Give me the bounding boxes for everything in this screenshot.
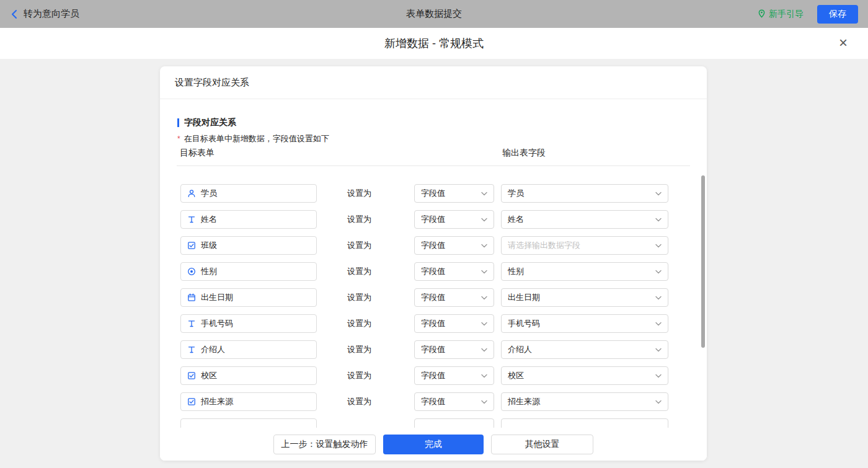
output-field-select[interactable]: 出生日期 <box>501 288 668 307</box>
set-as-label: 设置为 <box>347 184 371 203</box>
field-mapping-row: 招生来源 设置为 字段值 招生来源 <box>180 392 702 411</box>
chevron-down-icon <box>655 296 662 300</box>
column-headers: 目标表单 输出表字段 <box>180 148 688 160</box>
chevron-down-icon <box>481 218 487 222</box>
output-field-select[interactable]: 手机号码 <box>501 314 668 333</box>
output-field-select[interactable]: 招生来源 <box>501 392 668 411</box>
output-field-select[interactable]: 性别 <box>501 262 668 281</box>
target-field-input[interactable]: 校区 <box>180 366 317 385</box>
chevron-down-icon <box>655 218 662 222</box>
value-type-selected: 字段值 <box>421 188 445 199</box>
chevron-down-icon <box>655 270 662 274</box>
value-type-select[interactable]: 字段值 <box>414 340 494 359</box>
back-chevron-icon[interactable] <box>10 9 19 19</box>
output-field-select[interactable]: 请选择输出数据字段 <box>501 236 668 255</box>
value-type-select[interactable]: 字段值 <box>414 288 494 307</box>
chevron-down-icon <box>655 244 662 248</box>
scrollbar-thumb[interactable] <box>701 175 705 348</box>
chevron-down-icon <box>481 270 487 274</box>
target-field-label: 介绍人 <box>201 344 225 355</box>
target-field-input[interactable]: 学员 <box>180 184 317 203</box>
value-type-selected: 字段值 <box>421 214 445 225</box>
value-type-selected: 字段值 <box>421 344 445 355</box>
target-field-input[interactable]: 手机号码 <box>180 314 317 333</box>
output-field-selected: 请选择输出数据字段 <box>508 240 580 251</box>
value-type-select[interactable] <box>414 418 494 428</box>
target-field-label: 出生日期 <box>201 292 233 303</box>
output-field-selected: 出生日期 <box>508 292 540 303</box>
output-field-select[interactable] <box>501 418 668 428</box>
value-type-select[interactable]: 字段值 <box>414 392 494 411</box>
target-field-label: 姓名 <box>201 214 217 225</box>
section-accent-bar <box>177 118 179 127</box>
value-type-select[interactable]: 字段值 <box>414 262 494 281</box>
field-mapping-card: 设置字段对应关系 字段对应关系 *在目标表单中新增数据，字段值设置如下 目标表单… <box>160 66 707 461</box>
topbar-title: 表单数据提交 <box>0 8 868 20</box>
text-icon <box>187 319 196 328</box>
output-field-selected: 介绍人 <box>508 344 532 355</box>
target-field-input[interactable]: 姓名 <box>180 210 317 229</box>
prev-step-button[interactable]: 上一步：设置触发动作 <box>273 435 376 454</box>
card-footer: 上一步：设置触发动作 完成 其他设置 <box>160 428 707 461</box>
note-text: 在目标表单中新增数据，字段值设置如下 <box>184 134 329 143</box>
output-field-select[interactable]: 介绍人 <box>501 340 668 359</box>
text-icon <box>187 345 196 354</box>
output-field-select[interactable]: 校区 <box>501 366 668 385</box>
field-mapping-row: 校区 设置为 字段值 校区 <box>180 366 702 385</box>
scrollbar[interactable] <box>701 175 705 423</box>
target-field-label: 招生来源 <box>201 396 233 407</box>
output-field-select[interactable]: 姓名 <box>501 210 668 229</box>
chevron-down-icon <box>655 192 662 196</box>
value-type-select[interactable]: 字段值 <box>414 236 494 255</box>
section-title-label: 字段对应关系 <box>184 117 236 128</box>
person-icon <box>187 189 196 198</box>
calendar-icon <box>187 293 196 302</box>
close-icon[interactable]: × <box>833 33 853 53</box>
set-as-label: 设置为 <box>347 262 371 281</box>
value-type-select[interactable]: 字段值 <box>414 366 494 385</box>
target-field-input[interactable]: 性别 <box>180 262 317 281</box>
topbar: 转为意向学员 表单数据提交 新手引导 保存 <box>0 0 868 28</box>
section-title: 字段对应关系 <box>177 117 236 128</box>
beginner-guide-link[interactable]: 新手引导 <box>758 9 804 20</box>
location-pin-icon <box>758 9 766 19</box>
chevron-down-icon <box>481 244 487 248</box>
output-field-selected: 性别 <box>508 266 524 277</box>
save-button[interactable]: 保存 <box>817 5 858 24</box>
other-settings-button[interactable]: 其他设置 <box>491 435 593 454</box>
target-field-input[interactable]: 招生来源 <box>180 392 317 411</box>
target-field-input[interactable]: 介绍人 <box>180 340 317 359</box>
chevron-down-icon <box>655 374 662 378</box>
output-field-select[interactable]: 学员 <box>501 184 668 203</box>
chevron-down-icon <box>655 322 662 326</box>
beginner-guide-label[interactable]: 新手引导 <box>769 9 804 20</box>
text-icon <box>187 215 196 224</box>
note-line: *在目标表单中新增数据，字段值设置如下 <box>177 133 329 144</box>
value-type-selected: 字段值 <box>421 370 445 381</box>
target-field-label: 手机号码 <box>201 318 233 329</box>
value-type-selected: 字段值 <box>421 396 445 407</box>
target-field-input[interactable] <box>180 418 317 428</box>
target-field-input[interactable]: 班级 <box>180 236 317 255</box>
field-mapping-row: 性别 设置为 字段值 性别 <box>180 262 702 281</box>
set-as-label: 设置为 <box>347 210 371 229</box>
output-field-selected: 学员 <box>508 188 524 199</box>
value-type-select[interactable]: 字段值 <box>414 184 494 203</box>
value-type-selected: 字段值 <box>421 266 445 277</box>
back-label[interactable]: 转为意向学员 <box>24 8 79 20</box>
field-mapping-row: 介绍人 设置为 字段值 介绍人 <box>180 340 702 359</box>
output-field-selected: 姓名 <box>508 214 524 225</box>
output-field-selected: 校区 <box>508 370 524 381</box>
target-field-input[interactable]: 出生日期 <box>180 288 317 307</box>
field-mapping-row: 姓名 设置为 字段值 姓名 <box>180 210 702 229</box>
modal-content: 设置字段对应关系 字段对应关系 *在目标表单中新增数据，字段值设置如下 目标表单… <box>0 59 868 468</box>
done-button[interactable]: 完成 <box>383 435 484 454</box>
value-type-select[interactable]: 字段值 <box>414 210 494 229</box>
back-nav[interactable]: 转为意向学员 <box>10 8 79 20</box>
target-field-label: 班级 <box>201 240 217 251</box>
output-field-selected: 手机号码 <box>508 318 540 329</box>
set-as-label: 设置为 <box>347 236 371 255</box>
chevron-down-icon <box>481 296 487 300</box>
target-field-label: 性别 <box>201 266 217 277</box>
value-type-select[interactable]: 字段值 <box>414 314 494 333</box>
